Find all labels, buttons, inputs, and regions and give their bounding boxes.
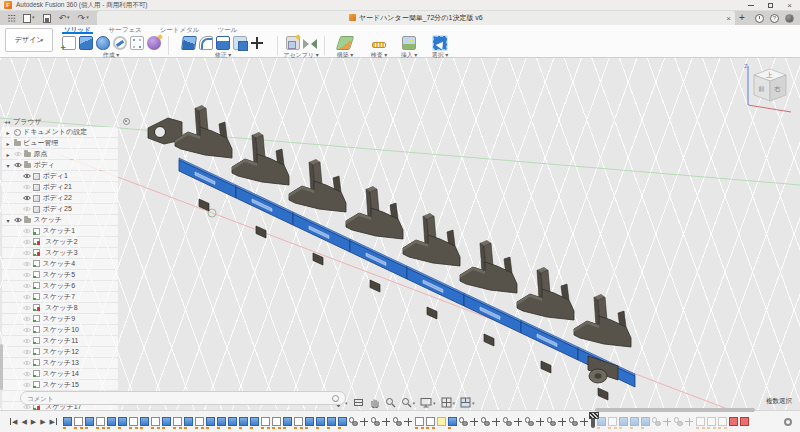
timeline-settings-icon[interactable]: [784, 418, 792, 426]
comment-bar[interactable]: [20, 391, 346, 405]
browser-row-スケッチ8[interactable]: スケッチ8: [2, 303, 118, 313]
sketch-feature[interactable]: [707, 417, 716, 426]
zoom-icon[interactable]: [385, 397, 396, 408]
extrude-feature[interactable]: [140, 417, 149, 426]
move-feature[interactable]: [663, 417, 672, 426]
visibility-eye-icon[interactable]: [14, 162, 22, 168]
browser-row-スケッチ9[interactable]: スケッチ9: [2, 314, 118, 324]
browser-row-スケッチ4[interactable]: スケッチ4: [2, 259, 118, 269]
sketch-feature[interactable]: [129, 417, 138, 426]
combine-feature[interactable]: [503, 417, 512, 426]
minimize-button[interactable]: [748, 5, 754, 6]
visibility-eye-icon[interactable]: [23, 206, 31, 212]
close-tab-icon[interactable]: ×: [726, 14, 731, 23]
expand-arrow[interactable]: ▸: [5, 129, 11, 136]
combine-feature[interactable]: [349, 417, 358, 426]
sketch-feature[interactable]: [74, 417, 83, 426]
visibility-eye-icon[interactable]: [23, 349, 31, 355]
emoji-icon[interactable]: [332, 395, 339, 402]
extrude-feature[interactable]: [327, 417, 336, 426]
combine-feature[interactable]: [371, 417, 380, 426]
extrude-feature[interactable]: [118, 417, 127, 426]
sketch-feature[interactable]: [261, 417, 270, 426]
fit-view-icon[interactable]: [353, 397, 364, 408]
selected-feature[interactable]: [437, 417, 446, 426]
viewports-icon[interactable]: ▾: [460, 397, 475, 408]
tab-sheetmetal[interactable]: シートメタル: [158, 25, 202, 34]
step-back-button[interactable]: ◀: [21, 418, 26, 426]
new-component-icon[interactable]: [286, 36, 300, 50]
extrude-feature[interactable]: [448, 417, 457, 426]
extrude-feature[interactable]: [63, 417, 72, 426]
visibility-eye-icon[interactable]: [23, 283, 31, 289]
user-avatar[interactable]: [785, 14, 794, 23]
joint-icon[interactable]: [303, 36, 317, 50]
sketch-feature[interactable]: [195, 417, 204, 426]
group-label-create[interactable]: 作成 ▾: [58, 51, 164, 60]
create-sketch-icon[interactable]: [62, 36, 76, 50]
move-feature[interactable]: [685, 417, 694, 426]
combine-feature[interactable]: [547, 417, 556, 426]
construction-plane-icon[interactable]: [336, 36, 355, 50]
extrude-feature[interactable]: [283, 417, 292, 426]
measure-icon[interactable]: [372, 42, 386, 48]
extrude-feature[interactable]: [162, 417, 171, 426]
browser-row-スケッチ6[interactable]: スケッチ6: [2, 281, 118, 291]
sketch-feature[interactable]: [96, 417, 105, 426]
extrude-feature[interactable]: [619, 417, 628, 426]
combine-icon[interactable]: [233, 36, 247, 50]
workspace-selector[interactable]: デザイン▾: [5, 28, 53, 52]
expand-arrow[interactable]: ▾: [5, 162, 11, 169]
browser-row-スケッチ1[interactable]: スケッチ1: [2, 226, 118, 236]
insert-image-icon[interactable]: [402, 36, 416, 50]
extrude-feature[interactable]: [85, 417, 94, 426]
sketch-feature[interactable]: [294, 417, 303, 426]
undo-button[interactable]: ↶▾: [59, 14, 70, 23]
browser-row-原点[interactable]: ▸原点: [2, 149, 118, 159]
extrude-feature[interactable]: [184, 417, 193, 426]
pan-hand-icon[interactable]: [369, 397, 380, 408]
move-feature[interactable]: [514, 417, 523, 426]
move-feature[interactable]: [580, 417, 589, 426]
viewport-3d[interactable]: Z 上 前 右 ◂◂ ブラウザ ▸ドキュメントの設定▸ビュー管理▸原点▾ボディボ…: [0, 58, 800, 410]
sketch-feature[interactable]: [151, 417, 160, 426]
move-feature[interactable]: [536, 417, 545, 426]
timeline-marker[interactable]: [591, 412, 595, 428]
browser-row-ボディ22[interactable]: ボディ22: [2, 193, 118, 203]
expand-arrow[interactable]: ▸: [5, 151, 11, 158]
browser-scrollbar[interactable]: [0, 344, 3, 390]
shell-icon[interactable]: [216, 36, 230, 50]
tab-surface[interactable]: サーフェス: [107, 25, 144, 34]
grid-settings-icon[interactable]: ▾: [441, 397, 456, 408]
error-feature[interactable]: [729, 417, 738, 426]
move-feature[interactable]: [492, 417, 501, 426]
comment-input[interactable]: [27, 395, 307, 402]
extrude-feature[interactable]: [305, 417, 314, 426]
extrude-feature[interactable]: [597, 417, 606, 426]
combine-feature[interactable]: [481, 417, 490, 426]
extrude-feature[interactable]: [641, 417, 650, 426]
skip-to-end-button[interactable]: ▶: [50, 418, 55, 426]
extrude-feature[interactable]: [206, 417, 215, 426]
combine-feature[interactable]: [525, 417, 534, 426]
extrude-feature[interactable]: [228, 417, 237, 426]
group-label-modify[interactable]: 修正 ▾: [172, 51, 274, 60]
browser-row-ボディ21[interactable]: ボディ21: [2, 182, 118, 192]
extrude-icon[interactable]: [79, 36, 93, 50]
zoom-window-icon[interactable]: ▾: [401, 397, 416, 408]
play-button[interactable]: ▶: [31, 418, 36, 426]
visibility-eye-icon[interactable]: [23, 316, 31, 322]
skip-to-start-button[interactable]: ◀: [12, 418, 17, 426]
combine-feature[interactable]: [674, 417, 683, 426]
combine-feature[interactable]: [652, 417, 661, 426]
visibility-eye-icon[interactable]: [14, 151, 22, 157]
visibility-eye-icon[interactable]: [23, 294, 31, 300]
extrude-feature[interactable]: [338, 417, 347, 426]
browser-row-スケッチ13[interactable]: スケッチ13: [2, 358, 118, 368]
extrude-feature[interactable]: [630, 417, 639, 426]
press-pull-icon[interactable]: [181, 36, 197, 50]
browser-row-スケッチ11[interactable]: スケッチ11: [2, 336, 118, 346]
extrude-feature[interactable]: [107, 417, 116, 426]
visibility-eye-icon[interactable]: [14, 217, 22, 223]
fillet-icon[interactable]: [199, 36, 213, 50]
